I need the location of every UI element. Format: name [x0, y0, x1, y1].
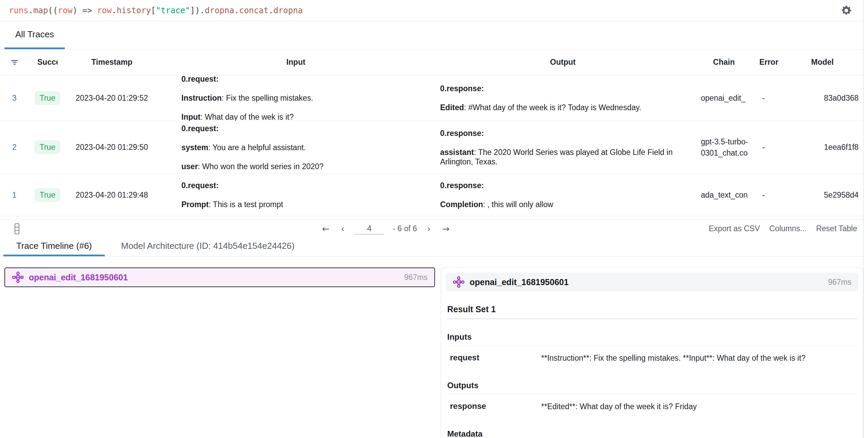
span-name: openai_edit_1681950601: [29, 273, 128, 282]
divider: [447, 318, 857, 319]
output-cell: 0.response:Completion: , this will only …: [434, 174, 692, 216]
column-header-error[interactable]: Error: [756, 58, 782, 67]
kv-key: request: [450, 351, 541, 363]
output-cell: 0.response:assistant: The 2020 World Ser…: [434, 121, 692, 174]
model-cell: 5e2958d4: [782, 191, 863, 200]
table-row[interactable]: 3True2023-04-20 01:29:520.request:Instru…: [0, 75, 863, 121]
detail-tabbar: Trace Timeline (#6) Model Architecture (…: [0, 237, 863, 257]
page-number-input[interactable]: [355, 223, 384, 235]
query-bar: runs.map((row) => row.history["trace"]).…: [0, 0, 863, 21]
timestamp-cell: 2023-04-20 01:29:48: [66, 191, 158, 200]
detail-span-duration: 967ms: [828, 278, 851, 287]
tab-all-traces[interactable]: All Traces: [4, 21, 65, 49]
table-actions: Export as CSV Columns... Reset Table: [709, 220, 857, 237]
table-header: Success Timestamp Input Output Chain Err…: [0, 49, 863, 75]
tab-all-traces-label: All Traces: [15, 29, 54, 40]
chain-cell: gpt-3.5-turbo-0301_chat.co: [692, 136, 756, 159]
output-cell: 0.response:Edited: #What day of the week…: [434, 75, 692, 121]
last-page-button[interactable]: →: [441, 224, 451, 234]
page-range-label: - 6 of 6: [393, 224, 417, 233]
prev-page-button[interactable]: ‹: [340, 224, 346, 234]
success-badge: True: [35, 91, 60, 105]
next-page-button[interactable]: ›: [426, 224, 432, 234]
error-cell: -: [756, 191, 782, 200]
column-header-success[interactable]: Success: [29, 58, 66, 67]
gear-icon: [840, 4, 852, 17]
kv-key: response: [450, 399, 541, 412]
tab-trace-timeline[interactable]: Trace Timeline (#6): [3, 237, 105, 256]
panel-sections: Inputsrequest**Instruction**: Fix the sp…: [447, 332, 857, 438]
pagination-controls: ← ‹ - 6 of 6 › →: [321, 220, 451, 237]
pagination-bar: ← ‹ - 6 of 6 › → Export as CSV Columns..…: [0, 220, 863, 237]
chain-cell: ada_text_con: [692, 190, 756, 201]
traces-tabbar: All Traces: [0, 21, 863, 49]
model-cell: 83a0d368: [782, 94, 863, 103]
row-index-link[interactable]: 1: [12, 191, 17, 200]
success-badge: True: [35, 140, 60, 154]
column-header-model[interactable]: Model: [782, 58, 863, 67]
kv-row: response**Edited**: What day of the week…: [447, 394, 857, 421]
chain-icon: [453, 276, 465, 288]
error-cell: -: [756, 143, 782, 152]
chain-icon: [12, 271, 24, 283]
column-header-timestamp[interactable]: Timestamp: [66, 58, 158, 67]
settings-button[interactable]: [840, 4, 853, 17]
column-header-output[interactable]: Output: [434, 58, 692, 67]
row-index-link[interactable]: 2: [12, 143, 17, 152]
section-title: Metadata: [447, 429, 857, 438]
reset-table-button[interactable]: Reset Table: [816, 224, 857, 233]
columns-button[interactable]: Columns...: [769, 224, 807, 233]
column-header-input[interactable]: Input: [158, 58, 434, 67]
timeline-span-openai-edit[interactable]: openai_edit_1681950601 967ms: [4, 267, 435, 287]
detail-span-name: openai_edit_1681950601: [470, 277, 569, 287]
export-csv-button[interactable]: Export as CSV: [709, 224, 760, 233]
filter-icon: [10, 58, 19, 67]
query-expression[interactable]: runs.map((row) => row.history["trace"]).…: [0, 6, 303, 15]
error-cell: -: [756, 94, 782, 103]
section-title: Outputs: [447, 381, 857, 390]
result-set-title: Result Set 1: [447, 304, 857, 314]
input-cell: 0.request:Instruction: Fix the spelling …: [158, 75, 434, 121]
table-icon: [14, 223, 20, 235]
column-header-chain[interactable]: Chain: [692, 58, 756, 67]
chain-cell: openai_edit_: [692, 93, 756, 104]
table-body: 3True2023-04-20 01:29:520.request:Instru…: [0, 75, 863, 216]
table-footer-gap: [0, 216, 863, 220]
kv-value: **Instruction**: Fix the spelling mistak…: [541, 351, 857, 363]
timestamp-cell: 2023-04-20 01:29:52: [66, 94, 158, 103]
filter-button[interactable]: [0, 58, 29, 67]
section-title: Inputs: [447, 332, 857, 342]
input-cell: 0.request:system: You are a helpful assi…: [158, 121, 434, 174]
trace-detail-area: openai_edit_1681950601 967ms: [0, 257, 863, 438]
app-window: runs.map((row) => row.history["trace"]).…: [0, 0, 864, 438]
span-detail-header: openai_edit_1681950601 967ms: [446, 273, 858, 292]
table-row[interactable]: 1True2023-04-20 01:29:480.request:Prompt…: [0, 174, 863, 216]
span-duration: 967ms: [404, 273, 428, 282]
kv-value: **Edited**: What day of the week it is? …: [541, 399, 857, 412]
input-cell: 0.request:Prompt: This is a test prompt: [158, 174, 434, 216]
success-badge: True: [35, 188, 60, 202]
kv-row: request**Instruction**: Fix the spelling…: [447, 345, 857, 373]
timeline-pane: openai_edit_1681950601 967ms: [0, 257, 441, 438]
first-page-button[interactable]: ←: [321, 224, 331, 234]
span-detail-panel: openai_edit_1681950601 967ms Result Set …: [441, 267, 863, 438]
timestamp-cell: 2023-04-20 01:29:50: [66, 143, 158, 152]
row-index-link[interactable]: 3: [12, 94, 17, 103]
model-cell: 1eea6f1f8: [782, 143, 863, 152]
span-detail-body: Result Set 1 Inputsrequest**Instruction*…: [441, 304, 863, 438]
table-row[interactable]: 2True2023-04-20 01:29:500.request:system…: [0, 121, 863, 174]
tab-model-architecture[interactable]: Model Architecture (ID: 414b54e154e24426…: [108, 237, 308, 256]
